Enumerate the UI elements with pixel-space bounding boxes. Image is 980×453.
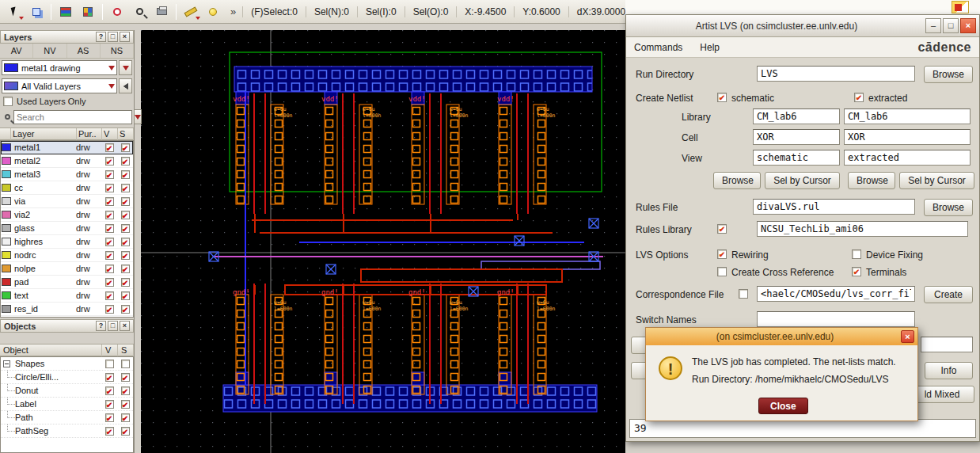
extracted-checkbox[interactable]: ✔ [854,93,864,102]
close-panel-button[interactable]: × [120,32,130,42]
object-visible-checkbox[interactable]: ✔ [105,373,114,382]
partial-hidden-input[interactable] [921,337,973,352]
layer-visible-checkbox[interactable]: ✔ [105,197,114,206]
layer-dropdown-button[interactable] [119,60,132,75]
run-directory-input[interactable] [757,66,915,82]
object-selectable-checkbox[interactable]: ✔ [121,386,130,395]
layer-row[interactable]: glassdrw✔✔ [1,222,133,235]
layer-row[interactable]: viadrw✔✔ [1,195,133,208]
switch-names-input[interactable] [757,311,915,327]
tab-as[interactable]: AS [67,44,101,58]
print-tool-icon[interactable] [151,2,172,21]
view-schematic-input[interactable] [753,150,840,166]
object-visible-checkbox[interactable]: ✔ [105,386,114,395]
object-row[interactable]: Shapes [1,357,133,371]
layer-row[interactable]: metal1drw✔✔ [1,141,133,154]
used-layers-only-checkbox[interactable] [3,97,13,106]
object-selectable-checkbox[interactable] [121,360,130,368]
layer-selectable-checkbox[interactable]: ✔ [121,238,130,246]
browse-extracted-button[interactable]: Browse [848,172,895,189]
correspondence-file-checkbox[interactable] [739,289,748,299]
collapse-icon[interactable] [3,360,10,367]
rules-library-input[interactable] [757,221,968,237]
layer-row[interactable]: highresdrw✔✔ [1,235,133,249]
layer-visible-checkbox[interactable]: ✔ [105,211,114,219]
object-visible-checkbox[interactable]: ✔ [105,400,114,409]
layer-visible-checkbox[interactable]: ✔ [105,291,114,300]
layout-canvas[interactable]: vdd!vdd!vdd!vdd!gnd!gnd!gnd!gnd!w=6ul=60… [141,30,625,453]
probe-tool-icon[interactable] [107,2,127,21]
object-row[interactable]: PathSeg✔✔ [1,424,133,438]
layer-row[interactable]: metal2drw✔✔ [1,154,133,168]
popup-close-button[interactable]: Close [758,398,808,414]
help-button[interactable]: ? [96,32,106,42]
rules-file-input[interactable] [753,199,915,215]
layer-visible-checkbox[interactable]: ✔ [105,184,114,192]
popup-titlebar[interactable]: (on csimcluster.ee.unlv.edu) × [646,328,917,345]
layer-selectable-checkbox[interactable]: ✔ [121,265,130,273]
layer-visible-checkbox[interactable]: ✔ [105,170,114,179]
layer-visible-checkbox[interactable]: ✔ [105,265,114,273]
library-extracted-input[interactable] [844,108,971,124]
layer-search-input[interactable] [13,110,132,124]
layers-tool-icon[interactable] [55,2,76,21]
copy-tool-icon[interactable] [26,2,47,21]
layer-selectable-checkbox[interactable]: ✔ [121,143,130,152]
layer-selectable-checkbox[interactable]: ✔ [121,170,130,179]
float-button[interactable]: □ [108,32,118,42]
create-correspondence-button[interactable]: Create [924,286,973,303]
sel-by-cursor-extracted-button[interactable]: Sel by Cursor [899,172,974,189]
build-mixed-button[interactable]: ld Mixed [910,386,974,403]
layer-selectable-checkbox[interactable]: ✔ [121,197,130,206]
layer-selectable-checkbox[interactable]: ✔ [121,184,130,192]
rules-library-checkbox[interactable]: ✔ [717,224,727,234]
tab-ns[interactable]: NS [101,44,134,58]
layer-selectable-checkbox[interactable]: ✔ [121,251,130,260]
layer-selectable-checkbox[interactable]: ✔ [121,305,130,314]
search-options-button[interactable] [134,109,142,124]
correspondence-file-input[interactable] [757,286,915,302]
layer-selectable-checkbox[interactable]: ✔ [121,278,130,287]
layer-set-prev-button[interactable] [119,78,132,93]
view-extracted-input[interactable] [844,150,971,166]
object-visible-checkbox[interactable]: ✔ [105,427,114,436]
popup-close-icon[interactable]: × [901,330,914,343]
toolbar-overflow-button[interactable]: » [230,6,236,17]
layer-row[interactable]: nolpedrw✔✔ [1,262,133,276]
cell-schematic-input[interactable] [753,129,840,145]
layer-row[interactable]: ccdrw✔✔ [1,181,133,195]
layer-row[interactable]: nodrcdrw✔✔ [1,249,133,262]
layer-visible-checkbox[interactable]: ✔ [105,238,114,246]
browse-schematic-button[interactable]: Browse [713,172,761,189]
schematic-checkbox[interactable]: ✔ [717,93,727,102]
layer-selectable-checkbox[interactable]: ✔ [121,291,130,300]
select-tool-icon[interactable] [4,2,25,21]
info-button[interactable]: Info [925,362,973,379]
layer-row[interactable]: metal3drw✔✔ [1,168,133,181]
device-fixing-checkbox[interactable] [852,249,861,259]
browse-rules-file-button[interactable]: Browse [924,199,973,216]
library-schematic-input[interactable] [753,108,840,124]
layer-set-combo[interactable]: All Valid Layers [2,78,117,93]
sel-by-cursor-schematic-button[interactable]: Sel by Cursor [765,172,840,189]
close-panel-button[interactable]: × [120,321,130,331]
layer-visible-checkbox[interactable]: ✔ [105,278,114,287]
object-selectable-checkbox[interactable]: ✔ [121,413,130,422]
dialog-titlebar[interactable]: Artist LVS (on csimcluster.ee.unlv.edu) … [626,15,979,37]
layer-visible-checkbox[interactable]: ✔ [105,251,114,260]
layer-row[interactable]: res_iddrw✔✔ [1,303,133,316]
zoom-tool-icon[interactable] [129,2,150,21]
menu-help[interactable]: Help [700,42,720,53]
maximize-button[interactable]: □ [943,18,959,33]
rewiring-checkbox[interactable]: ✔ [717,249,727,259]
float-button[interactable]: □ [108,321,118,331]
layer-visible-checkbox[interactable]: ✔ [105,157,114,166]
object-row[interactable]: Label✔✔ [1,398,133,411]
close-button[interactable]: × [960,18,976,33]
hints-tool-icon[interactable] [203,2,223,21]
tab-av[interactable]: AV [0,44,33,58]
object-row[interactable]: Donut✔✔ [1,384,133,398]
browse-run-directory-button[interactable]: Browse [924,66,973,83]
object-selectable-checkbox[interactable]: ✔ [121,427,130,436]
help-button[interactable]: ? [96,321,106,331]
